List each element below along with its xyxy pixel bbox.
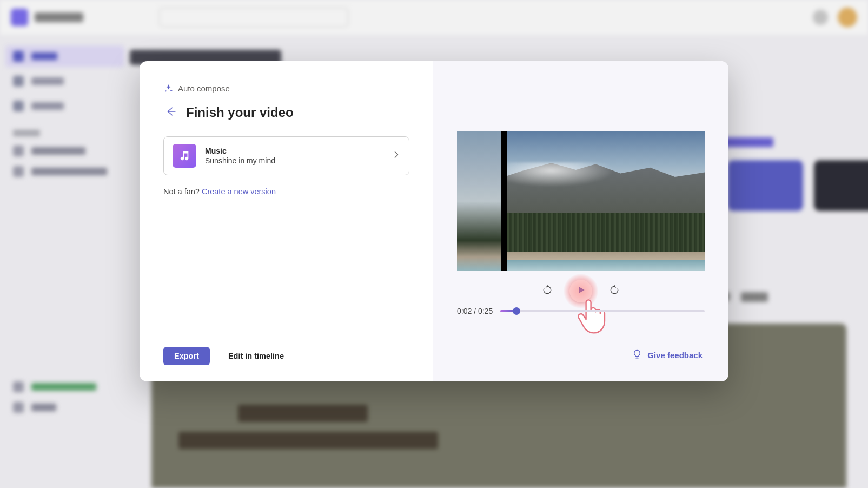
not-fan-text: Not a fan?: [163, 187, 202, 196]
modal-overlay: Auto compose Finish your video Music Sun…: [0, 0, 868, 488]
play-icon: [576, 285, 586, 297]
create-new-version-link[interactable]: Create a new version: [202, 187, 276, 196]
skip-back-button[interactable]: [538, 282, 556, 300]
chevron-right-icon: [393, 151, 400, 161]
time-display: 0:02 / 0:25: [457, 307, 493, 315]
progress-row: 0:02 / 0:25: [457, 307, 705, 315]
skip-forward-button[interactable]: [605, 282, 624, 300]
play-button[interactable]: [569, 280, 592, 302]
video-preview[interactable]: [457, 131, 705, 271]
auto-compose-modal: Auto compose Finish your video Music Sun…: [140, 61, 728, 381]
lightbulb-icon: [632, 349, 642, 361]
back-button[interactable]: [163, 105, 178, 120]
modal-right-panel: 0:02 / 0:25 Give feedback: [433, 61, 728, 381]
export-button[interactable]: Export: [163, 347, 210, 365]
edit-in-timeline-button[interactable]: Edit in timeline: [217, 347, 295, 365]
modal-left-panel: Auto compose Finish your video Music Sun…: [140, 61, 433, 381]
progress-bar[interactable]: [500, 310, 705, 312]
music-selector-card[interactable]: Music Sunshine in my mind: [163, 136, 409, 175]
music-note-icon: [173, 144, 196, 168]
player-controls: [538, 280, 624, 302]
skip-back-icon: [542, 285, 553, 298]
give-feedback-label: Give feedback: [647, 351, 703, 360]
music-label: Music: [205, 147, 275, 155]
not-fan-row: Not a fan? Create a new version: [163, 187, 409, 196]
sparkle-icon: [164, 84, 173, 93]
arrow-left-icon: [166, 107, 176, 118]
modal-title: Finish your video: [186, 105, 294, 120]
music-text: Music Sunshine in my mind: [205, 147, 275, 165]
music-track-name: Sunshine in my mind: [205, 156, 275, 165]
auto-compose-label: Auto compose: [178, 84, 230, 93]
give-feedback-button[interactable]: Give feedback: [630, 345, 705, 365]
progress-thumb[interactable]: [513, 307, 520, 315]
skip-forward-icon: [609, 285, 620, 298]
auto-compose-breadcrumb: Auto compose: [164, 84, 409, 93]
